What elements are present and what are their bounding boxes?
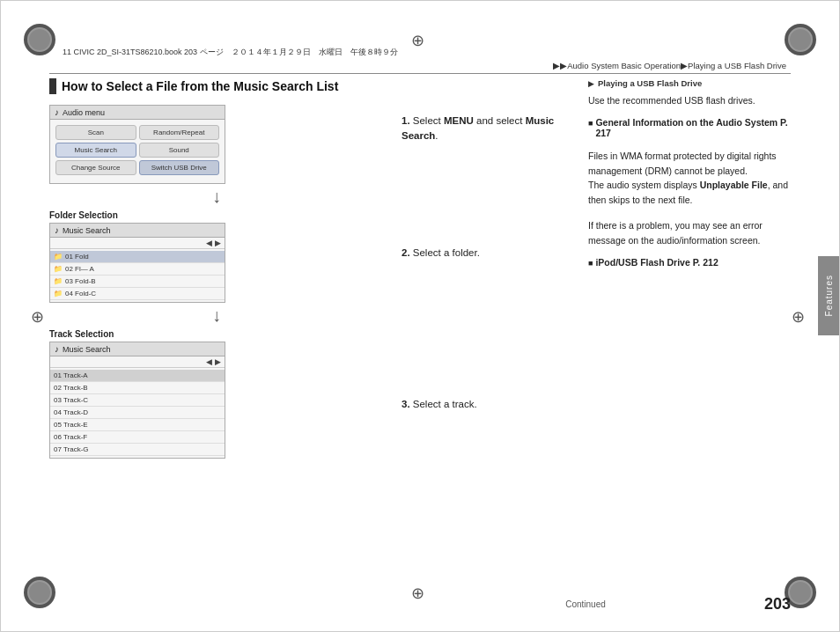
change-source-button: Change Source — [55, 160, 136, 175]
page: 11 CIVIC 2D_SI-31TS86210.book 203 ページ ２０… — [0, 0, 840, 632]
crosshair-right — [792, 307, 809, 325]
step-2-text: 2. Select a folder. — [402, 246, 571, 261]
track-nav-bar: ◀ ▶ — [50, 356, 225, 368]
nav-arrows-2: ◀ ▶ — [206, 357, 221, 366]
music-icon-3: ♪ — [55, 344, 59, 354]
nav-arrows-1: ◀ ▶ — [206, 239, 221, 247]
audio-menu-mockup: ♪ Audio menu Scan Random/Repeat Music Se… — [49, 105, 225, 184]
step-3-num: 3. — [402, 399, 410, 409]
step-3-text: 3. Select a track. — [402, 397, 571, 412]
page-number: 203 — [764, 595, 791, 614]
step-3: 3. Select a track. — [402, 397, 571, 412]
info-link-1: ■ General Information on the Audio Syste… — [588, 117, 791, 138]
folder-item-1: 01 Fold — [50, 251, 225, 263]
folder-item-3: 03 Fold-B — [50, 276, 225, 288]
audio-menu-grid: Scan Random/Repeat Music Search Sound — [55, 125, 219, 158]
top-rule — [49, 73, 791, 74]
info-panel-title: Playing a USB Flash Drive — [598, 78, 702, 88]
folder-selection-mockup: ♪ Music Search ◀ ▶ 01 Fold 02 Fl— A — [49, 223, 225, 303]
folder-mockup-titlebar: ♪ Music Search — [50, 224, 225, 238]
step-1-text: 1. Select MENU and select Music Search. — [402, 114, 571, 144]
audio-menu-content: Scan Random/Repeat Music Search Sound Ch… — [50, 120, 225, 183]
folder-icon-2 — [54, 265, 63, 273]
folder-item-1-label: 01 Fold — [65, 253, 89, 261]
folder-item-4-label: 04 Fold-C — [65, 290, 96, 298]
info-link-2-text: iPod/USB Flash Drive P. 212 — [595, 257, 718, 268]
arrow-down-1: ↓ — [49, 187, 384, 205]
audio-menu-bottom-grid: Change Source Switch USB Drive — [55, 160, 219, 175]
music-search-button[interactable]: Music Search — [55, 143, 136, 158]
info-para-2-text: Files in WMA format protected by digital… — [588, 151, 788, 205]
info-para-3-text: If there is a problem, you may see an er… — [588, 220, 763, 246]
menu-keyword: MENU — [444, 115, 474, 126]
track-item-5: 05 Track-E — [50, 419, 225, 431]
info-header-arrows: ▶ — [588, 79, 594, 88]
arrow-down-2: ↓ — [49, 306, 384, 324]
music-icon-2: ♪ — [55, 225, 59, 235]
steps-column: 1. Select MENU and select Music Search. … — [402, 78, 571, 578]
info-link-2-arrow: ■ — [588, 259, 593, 268]
folder-item-4: 04 Fold-C — [50, 288, 225, 300]
page-footer: Continued 203 — [49, 595, 791, 614]
breadcrumb: ▶▶Audio System Basic Operation▶Playing a… — [553, 61, 786, 70]
folder-item-3-label: 03 Fold-B — [65, 277, 96, 285]
folder-mockup-title: Music Search — [63, 226, 111, 235]
sound-button: Sound — [139, 143, 220, 158]
info-panel: ▶ Playing a USB Flash Drive Use the reco… — [588, 78, 791, 578]
folder-icon-1 — [54, 253, 63, 261]
track-item-2: 02 Track-B — [50, 382, 225, 394]
section-heading: How to Select a File from the Music Sear… — [49, 78, 384, 94]
step-1-num: 1. — [402, 115, 410, 126]
step-2-num: 2. — [402, 247, 410, 258]
track-list: 01 Track-A 02 Track-B 03 Track-C 04 Trac… — [50, 368, 225, 458]
switch-usb-button: Switch USB Drive — [139, 160, 220, 175]
random-repeat-button: Random/Repeat — [139, 125, 220, 140]
info-link-2: ■ iPod/USB Flash Drive P. 212 — [588, 257, 791, 268]
info-para-1-text: Use the recommended USB flash drives. — [588, 95, 755, 106]
left-column: How to Select a File from the Music Sear… — [49, 78, 384, 578]
info-para-2: Files in WMA format protected by digital… — [588, 149, 791, 208]
info-para-1: Use the recommended USB flash drives. — [588, 93, 791, 108]
header: 11 CIVIC 2D_SI-31TS86210.book 203 ページ ２０… — [1, 1, 839, 71]
folder-selection-label: Folder Selection — [49, 210, 384, 220]
folder-item-2: 02 Fl— A — [50, 263, 225, 276]
step-2: 2. Select a folder. — [402, 246, 571, 261]
track-mockup-title: Music Search — [63, 345, 111, 354]
track-item-1: 01 Track-A — [50, 370, 225, 382]
info-link-1-text: General Information on the Audio System … — [595, 117, 791, 138]
music-icon: ♪ — [55, 107, 59, 117]
track-mockup-titlebar: ♪ Music Search — [50, 342, 225, 356]
main-content: How to Select a File from the Music Sear… — [49, 78, 791, 578]
folder-item-2-label: 02 Fl— A — [65, 265, 94, 273]
track-item-6: 06 Track-F — [50, 431, 225, 444]
folder-icon-3 — [54, 277, 63, 285]
features-tab-label: Features — [824, 275, 834, 316]
audio-menu-title: Audio menu — [63, 108, 105, 117]
features-tab: Features — [818, 256, 839, 335]
track-selection-mockup: ♪ Music Search ◀ ▶ 01 Track-A 02 Track-B… — [49, 342, 225, 459]
track-item-3: 03 Track-C — [50, 394, 225, 407]
folder-list: 01 Fold 02 Fl— A 03 Fold-B 04 Fold-C — [50, 249, 225, 302]
folder-icon-4 — [54, 290, 63, 298]
audio-menu-titlebar: ♪ Audio menu — [50, 106, 225, 120]
track-item-4: 04 Track-D — [50, 407, 225, 419]
track-item-7: 07 Track-G — [50, 444, 225, 456]
section-title: How to Select a File from the Music Sear… — [62, 79, 338, 93]
unplayable-file-bold: Unplayable File — [700, 180, 768, 190]
step-1: 1. Select MENU and select Music Search. — [402, 114, 571, 144]
footer-continued: Continued — [407, 599, 764, 609]
music-search-keyword: Music Search — [402, 115, 554, 141]
info-link-1-arrow: ■ — [588, 119, 593, 128]
file-info: 11 CIVIC 2D_SI-31TS86210.book 203 ページ ２０… — [63, 47, 398, 58]
scan-button: Scan — [55, 125, 136, 140]
track-selection-label: Track Selection — [49, 329, 384, 339]
info-para-3: If there is a problem, you may see an er… — [588, 218, 791, 248]
heading-bar — [49, 78, 56, 94]
crosshair-left — [31, 307, 48, 325]
info-header: ▶ Playing a USB Flash Drive — [588, 78, 791, 88]
folder-nav-bar: ◀ ▶ — [50, 238, 225, 249]
